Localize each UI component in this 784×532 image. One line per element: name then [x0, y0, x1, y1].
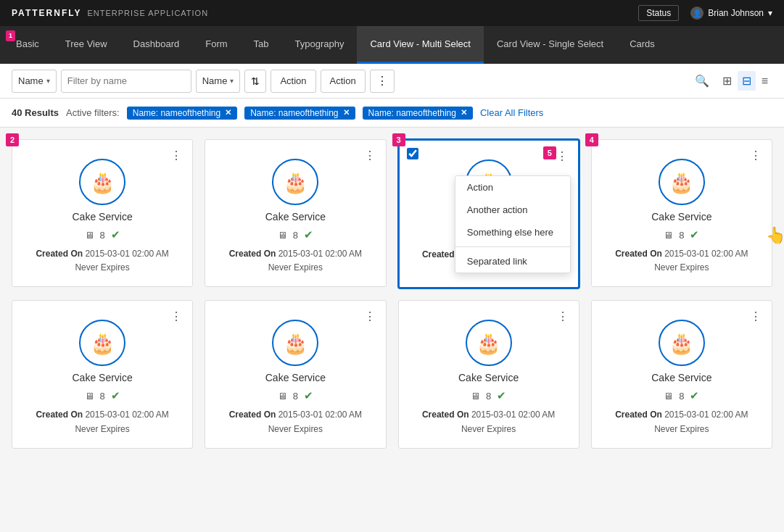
service-card[interactable]: ⋮🎂Cake Service🖥8✔Created On 2015-03-01 0… [591, 139, 772, 287]
search-button[interactable]: 🔍 [690, 71, 714, 91]
card-meta: 🖥8✔ [278, 389, 313, 402]
created-date: 2015-03-01 02:00 AM [85, 249, 168, 259]
kebab-icon: ⋮ [376, 74, 388, 88]
nav-badge: 1 [6, 30, 15, 41]
app-subtitle: ENTERPRISE APPLICATION [87, 9, 208, 17]
nav-tab-treeview[interactable]: Tree View [52, 26, 120, 64]
filter-input[interactable] [61, 70, 191, 93]
annotation-badge: 4 [585, 133, 598, 146]
filter-chip-label: Name: nameofthething [250, 108, 338, 118]
view-icons-group: ⊞ ⊟ ≡ [718, 71, 772, 91]
toolbar: Name ▾ Name ▾ ⇅ Action Action ⋮ 🔍 ⊞ ⊟ ≡ [0, 64, 784, 99]
filter-bar: 40 Results Active filters: Name: nameoft… [0, 99, 784, 128]
service-card[interactable]: ⋮🎂Cake Service🖥8✔Created On 2015-03-01 0… [12, 300, 193, 448]
card-kebab-icon: ⋮ [750, 310, 762, 323]
filter-chip-close[interactable]: ✕ [225, 108, 231, 117]
service-card[interactable]: ⋮🎂Cake Service🖥8✔Created On 2015-03-01 0… [205, 139, 386, 287]
card-title: Cake Service [72, 372, 132, 383]
service-card[interactable]: ⋮🎂Cake Service🖥8✔Created On 2015-03-01 0… [205, 300, 386, 448]
card-wrapper: ⋮🎂Cake Service🖥8✔Created On 2015-03-01 0… [12, 300, 193, 448]
user-menu[interactable]: 👤 Brian Johnson ▾ [690, 7, 772, 20]
card-kebab-icon: ⋮ [556, 150, 568, 162]
filter-chip-close[interactable]: ✕ [461, 108, 467, 117]
cake-icon: 🎂 [669, 331, 694, 355]
toolbar-kebab-button[interactable]: ⋮ [370, 70, 395, 93]
filter-chip-close[interactable]: ✕ [343, 108, 350, 117]
card-icon-circle: 🎂 [79, 159, 125, 205]
card-kebab-button[interactable]: ⋮ [554, 308, 572, 325]
card-icon-circle: 🎂 [466, 320, 512, 366]
dropdown-item[interactable]: Another action [455, 199, 570, 221]
user-name: Brian Johnson [708, 8, 764, 18]
action2-button[interactable]: Action [321, 70, 366, 93]
card-kebab-button[interactable]: ⋮ [747, 147, 764, 164]
filter-chip-label: Name: nameofthething [368, 108, 456, 118]
card-wrapper: ⋮🎂Cake Service🖥8✔Created On 2015-03-01 0… [205, 300, 386, 448]
expires: Never Expires [654, 424, 709, 434]
nav-tab-dashboard[interactable]: Dashboard [120, 26, 193, 64]
card-info: Created On 2015-03-01 02:00 AMNever Expi… [615, 408, 748, 436]
card-title: Cake Service [265, 372, 326, 383]
status-button[interactable]: Status [638, 5, 679, 21]
nav-tab-tab[interactable]: Tab [241, 26, 282, 64]
service-card[interactable]: ⋮🎂Cake Service🖥8✔Created On 2015-03-01 0… [12, 139, 193, 287]
sort-direction-button[interactable]: ⇅ [244, 70, 266, 93]
dropdown-divider [455, 246, 570, 247]
card-meta: 🖥8✔ [278, 228, 313, 241]
clear-filters-button[interactable]: Clear All Filters [480, 107, 543, 118]
service-card[interactable]: 5⋮🎂Cake Service🖥8✔Created On 2015-03-01 … [398, 139, 579, 288]
check-icon: ✔ [111, 389, 120, 402]
card-kebab-button[interactable]: ⋮ [361, 308, 379, 325]
card-wrapper: 4⋮🎂Cake Service🖥8✔Created On 2015-03-01 … [591, 139, 772, 288]
sort-direction-icon: ⇅ [251, 75, 260, 87]
card-info: Created On 2015-03-01 02:00 AMNever Expi… [36, 247, 168, 275]
nav-tab-typography[interactable]: Typography [282, 26, 358, 64]
created-date: 2015-03-01 02:00 AM [664, 410, 748, 420]
expires: Never Expires [461, 424, 516, 434]
card-icon-circle: 🎂 [272, 320, 318, 366]
check-icon: ✔ [304, 389, 313, 402]
annotation-badge: 2 [6, 133, 19, 146]
filter-chip: Name: nameofthething✕ [244, 107, 355, 120]
list-view-button[interactable]: ≡ [757, 72, 772, 91]
card-kebab-icon: ⋮ [170, 149, 182, 162]
expires: Never Expires [75, 262, 129, 273]
nav-tab-cards[interactable]: Cards [616, 26, 668, 64]
nav-tab-form[interactable]: Form [192, 26, 240, 64]
card-kebab-button[interactable]: ⋮ [168, 147, 185, 164]
nav-tab-cardsingle[interactable]: Card View - Single Select [484, 26, 616, 64]
service-card[interactable]: ⋮🎂Cake Service🖥8✔Created On 2015-03-01 0… [591, 300, 772, 448]
action1-button[interactable]: Action [271, 70, 315, 93]
monitor-count: 8 [100, 391, 105, 402]
dropdown-item[interactable]: Something else here [455, 221, 570, 244]
dropdown-item[interactable]: Separated link [455, 250, 570, 273]
card-kebab-button[interactable]: ⋮ [168, 308, 185, 325]
annotation5-badge: 5 [543, 146, 556, 159]
nav-tabs: 1BasicTree ViewDashboardFormTabTypograph… [0, 26, 784, 64]
card-wrapper: 2⋮🎂Cake Service🖥8✔Created On 2015-03-01 … [12, 139, 193, 288]
monitor-icon: 🖥 [471, 391, 480, 402]
filter-chip: Name: nameofthething✕ [363, 107, 473, 120]
nav-tab-basic[interactable]: 1Basic [3, 26, 52, 64]
filter-select[interactable]: Name ▾ [12, 70, 57, 93]
dropdown-item[interactable]: Action [455, 176, 570, 199]
monitor-count: 8 [293, 230, 298, 241]
annotation-badge: 3 [392, 133, 405, 146]
service-card[interactable]: ⋮🎂Cake Service🖥8✔Created On 2015-03-01 0… [398, 300, 579, 448]
card-view-button[interactable]: ⊟ [738, 71, 756, 91]
cake-icon: 🎂 [476, 331, 501, 355]
card-title: Cake Service [651, 211, 711, 223]
card-checkbox[interactable] [407, 148, 418, 159]
card-kebab-icon: ⋮ [364, 310, 376, 323]
card-kebab-button[interactable]: ⋮ [361, 147, 379, 164]
card-info: Created On 2015-03-01 02:00 AMNever Expi… [36, 408, 168, 436]
created-label: Created On [229, 410, 276, 420]
nav-tab-cardmulti[interactable]: Card View - Multi Select [357, 26, 483, 64]
card-grid-view-button[interactable]: ⊞ [718, 71, 736, 91]
top-bar: PATTERNFLY ENTERPRISE APPLICATION Status… [0, 0, 784, 26]
created-date: 2015-03-01 02:00 AM [278, 410, 362, 420]
card-kebab-icon: ⋮ [750, 149, 762, 162]
sort-caret-icon: ▾ [230, 77, 234, 85]
sort-select[interactable]: Name ▾ [196, 70, 241, 93]
card-kebab-button[interactable]: ⋮ [747, 308, 764, 325]
